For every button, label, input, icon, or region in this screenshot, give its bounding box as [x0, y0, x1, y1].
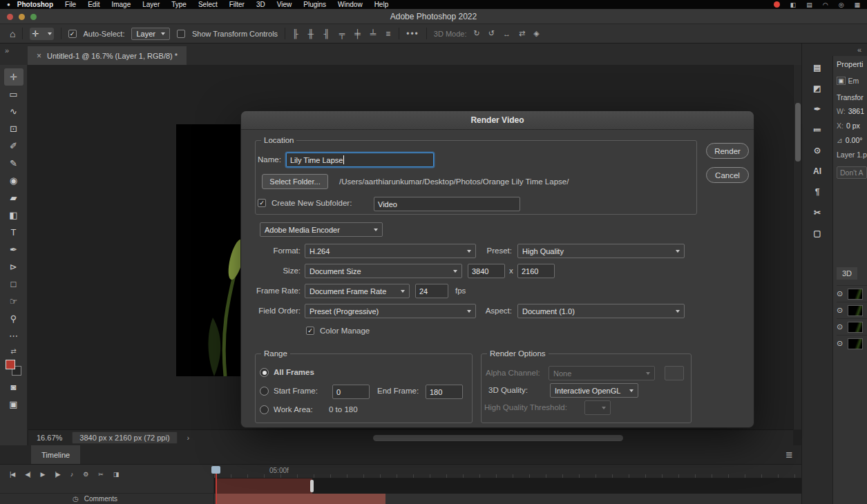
character-panel-icon[interactable]: AI	[813, 166, 821, 176]
status-expand-chevron[interactable]: ›	[187, 434, 190, 442]
align-vertical-centers-icon[interactable]: ╪	[354, 29, 362, 39]
layer-row[interactable]: ⊙	[837, 335, 867, 351]
show-transform-checkbox[interactable]	[177, 30, 185, 38]
hand-tool[interactable]: ☞	[4, 293, 23, 310]
video-track[interactable]	[214, 478, 801, 494]
menu-select[interactable]: Select	[198, 1, 218, 8]
menu-layer[interactable]: Layer	[142, 1, 160, 8]
zoom-level-field[interactable]: 16.67%	[37, 434, 62, 442]
auto-select-target-select[interactable]: Layer	[131, 28, 170, 40]
clip-marker[interactable]	[310, 480, 314, 492]
menu-view[interactable]: View	[277, 1, 292, 8]
stats-icon[interactable]: ◧	[790, 1, 797, 8]
current-tool-button[interactable]: ✛	[30, 28, 53, 40]
subfolder-name-input[interactable]: Video	[374, 197, 520, 211]
select-folder-button[interactable]: Select Folder...	[262, 174, 328, 189]
window-close-button[interactable]	[7, 14, 13, 20]
angle-value-field[interactable]: 0.00°	[846, 136, 863, 144]
zoom-tool[interactable]: ⚲	[4, 310, 23, 327]
distribute-icon[interactable]: ≡	[385, 29, 392, 39]
quick-mask-button[interactable]: ◙	[4, 378, 23, 396]
x-value-field[interactable]: 0 px	[846, 122, 860, 130]
window-minimize-button[interactable]	[19, 14, 25, 20]
3d-roll-icon[interactable]: ↺	[488, 29, 495, 38]
path-selection-tool[interactable]: ⊳	[4, 258, 23, 275]
split-clip-button[interactable]: ✂	[98, 471, 103, 478]
battery-icon[interactable]: ▤	[806, 1, 812, 8]
stopwatch-icon[interactable]: ◷	[73, 495, 79, 503]
menu-type[interactable]: Type	[171, 1, 187, 8]
auto-select-checkbox[interactable]	[68, 30, 77, 38]
menu-edit[interactable]: Edit	[88, 1, 99, 8]
foreground-color-swatch[interactable]	[6, 360, 15, 369]
format-select[interactable]: H.264	[305, 244, 476, 258]
notification-badge[interactable]	[774, 1, 780, 8]
eyedropper-tool[interactable]: ✐	[4, 137, 23, 155]
gradient-tool[interactable]: ◧	[4, 206, 23, 224]
document-info[interactable]: 3840 px x 2160 px (72 ppi)	[72, 432, 177, 444]
menu-filter[interactable]: Filter	[229, 1, 245, 8]
height-input[interactable]: 2160	[517, 264, 555, 278]
panel-tab[interactable]: 3D	[837, 267, 857, 280]
menu-image[interactable]: Image	[111, 1, 131, 8]
fps-input[interactable]: 24	[415, 284, 448, 298]
timeline-ruler[interactable]: 05:00f	[214, 465, 801, 478]
shape-tool[interactable]: □	[4, 275, 23, 293]
3d-pan-icon[interactable]: ↔	[503, 30, 511, 38]
vertical-scrollbar-thumb[interactable]	[795, 103, 801, 162]
aspect-select[interactable]: Document (1.0)	[517, 304, 685, 318]
lasso-tool[interactable]: ∿	[4, 103, 23, 120]
clone-source-panel-icon[interactable]: ⊙	[814, 146, 821, 155]
play-button[interactable]: ▶	[41, 471, 45, 478]
align-top-edges-icon[interactable]: ╤	[339, 29, 347, 39]
paragraph-styles-panel-icon[interactable]: ≔	[813, 125, 821, 135]
layer-row[interactable]: ⊙	[837, 302, 867, 318]
create-subfolder-checkbox[interactable]	[258, 199, 266, 207]
timeline-settings-button[interactable]: ⚙	[83, 471, 88, 478]
document-tab[interactable]: × Untitled-1 @ 16.7% (Layer 1, RGB/8) *	[28, 46, 187, 65]
home-screen-button[interactable]: ⌂	[10, 28, 15, 39]
next-frame-button[interactable]: |▶	[55, 471, 59, 478]
frame-panel-icon[interactable]: ▢	[813, 229, 821, 238]
3d-orbit-icon[interactable]: ↻	[474, 29, 480, 38]
brush-settings-panel-icon[interactable]: ✒	[814, 104, 821, 114]
size-select[interactable]: Document Size	[305, 264, 462, 278]
more-align-options-icon[interactable]: •••	[406, 29, 419, 39]
control-center-icon[interactable]: ▦	[854, 1, 860, 8]
align-right-edges-icon[interactable]: ╢	[323, 29, 331, 39]
transition-button[interactable]: ◨	[113, 471, 119, 478]
tab-overflow-icon[interactable]: »	[5, 46, 9, 55]
visibility-eye-icon[interactable]: ⊙	[837, 339, 843, 348]
menu-photoshop[interactable]: Photoshop	[17, 1, 53, 8]
align-horizontal-centers-icon[interactable]: ╫	[308, 29, 316, 39]
move-tool[interactable]: ✛	[4, 68, 23, 86]
visibility-eye-icon[interactable]: ⊙	[837, 306, 843, 315]
tab-close-icon[interactable]: ×	[37, 51, 41, 61]
type-tool[interactable]: T	[4, 224, 23, 241]
menu-file[interactable]: File	[65, 1, 76, 8]
layer-row[interactable]: ⊙	[837, 285, 867, 302]
panel-tab[interactable]: L	[864, 267, 867, 280]
width-input[interactable]: 3840	[468, 264, 505, 278]
annotations-panel-icon[interactable]: ✂	[814, 208, 821, 217]
pen-tool[interactable]: ✒	[4, 241, 23, 258]
layer-row[interactable]: ⊙	[837, 318, 867, 335]
name-input[interactable]: Lily Time Lapse	[286, 153, 434, 167]
timeline-tab[interactable]: Timeline	[31, 445, 80, 464]
eraser-tool[interactable]: ▰	[4, 189, 23, 206]
color-manage-checkbox[interactable]	[306, 327, 314, 335]
work-area-radio[interactable]	[260, 405, 269, 414]
dialog-title-bar[interactable]: Render Video	[241, 111, 754, 130]
comments-track[interactable]	[214, 494, 801, 504]
apple-menu-icon[interactable]: ●	[7, 1, 10, 8]
vertical-scrollbar[interactable]	[793, 65, 801, 429]
horizontal-scrollbar-thumb[interactable]	[373, 435, 623, 441]
visibility-eye-icon[interactable]: ⊙	[837, 289, 843, 298]
rectangular-marquee-tool[interactable]: ▭	[4, 86, 23, 103]
start-frame-input[interactable]: 0	[332, 385, 370, 399]
frame-rate-select[interactable]: Document Frame Rate	[305, 284, 410, 298]
preset-select[interactable]: High Quality	[517, 244, 685, 258]
screen-mode-button[interactable]: ▣	[4, 396, 23, 413]
paragraph-panel-icon[interactable]: ¶	[815, 187, 820, 197]
end-frame-input[interactable]: 180	[426, 385, 463, 399]
